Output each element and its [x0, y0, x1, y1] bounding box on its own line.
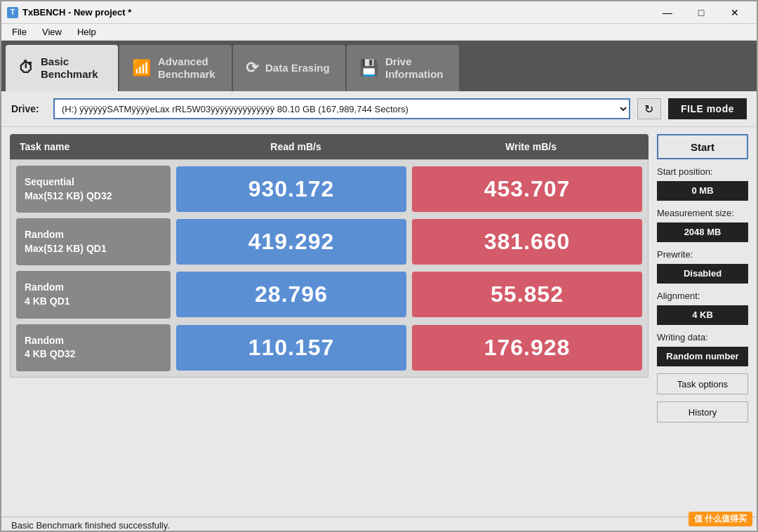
row-label-3: Random4 KB QD32 [16, 324, 171, 371]
minimize-button[interactable]: — [651, 1, 684, 24]
file-mode-button[interactable]: FILE mode [668, 98, 747, 119]
col-header-read: Read mB/s [178, 134, 413, 159]
tab-basic-label: BasicBenchmark [41, 55, 98, 81]
history-button[interactable]: History [657, 401, 748, 423]
table-body: SequentialMax(512 KB) QD32 930.172 453.7… [10, 159, 649, 378]
prewrite-value: Disabled [657, 264, 748, 284]
prewrite-label: Prewrite: [657, 249, 748, 260]
status-message: Basic Benchmark finished successfully. [11, 520, 170, 531]
row-label-1: RandomMax(512 KB) QD1 [16, 218, 171, 265]
title-bar-left: T TxBENCH - New project * [7, 7, 131, 18]
writing-data-label: Writing data: [657, 332, 748, 343]
start-position-value: 0 MB [657, 181, 748, 201]
main-area: Drive: (H:) ÿÿÿÿÿÿSATMÿÿÿÿeLax rRL5W03ÿÿ… [1, 91, 757, 532]
alignment-label: Alignment: [657, 291, 748, 301]
row-write-3: 176.928 [412, 325, 642, 371]
erase-icon: ⟳ [246, 59, 258, 77]
title-bar: T TxBENCH - New project * — □ ✕ [1, 1, 757, 24]
watermark: 值 什么值得买 [689, 512, 752, 526]
table-header: Task name Read mB/s Write mB/s [10, 134, 649, 159]
row-label-0: SequentialMax(512 KB) QD32 [16, 166, 171, 213]
drive-select[interactable]: (H:) ÿÿÿÿÿÿSATMÿÿÿÿeLax rRL5W03ÿÿÿÿÿÿÿÿÿ… [53, 98, 630, 119]
row-write-0: 453.707 [412, 166, 642, 212]
drive-row: Drive: (H:) ÿÿÿÿÿÿSATMÿÿÿÿeLax rRL5W03ÿÿ… [1, 91, 757, 127]
menu-bar: File View Help [1, 24, 757, 41]
start-button[interactable]: Start [657, 134, 748, 159]
menu-view[interactable]: View [34, 25, 69, 39]
row-read-0: 930.172 [176, 166, 406, 212]
chart-icon: 📶 [132, 59, 151, 77]
menu-file[interactable]: File [4, 25, 34, 39]
status-bar: Basic Benchmark finished successfully. [1, 517, 757, 532]
table-row: Random4 KB QD32 110.157 176.928 [11, 324, 648, 371]
drive-label: Drive: [11, 103, 46, 114]
app-icon: T [7, 7, 18, 18]
tab-data-erasing[interactable]: ⟳ Data Erasing [233, 45, 345, 91]
row-read-3: 110.157 [176, 325, 406, 371]
tab-drive-information[interactable]: 💾 DriveInformation [347, 45, 459, 91]
row-read-2: 28.796 [176, 272, 406, 317]
col-header-name: Task name [10, 134, 178, 159]
writing-data-value: Random number [657, 347, 748, 366]
maximize-button[interactable]: □ [685, 1, 717, 24]
timer-icon: ⏱ [18, 59, 34, 77]
tab-drive-label: DriveInformation [385, 55, 444, 81]
row-label-2: Random4 KB QD1 [16, 271, 171, 318]
menu-help[interactable]: Help [69, 25, 104, 39]
table-row: SequentialMax(512 KB) QD32 930.172 453.7… [11, 166, 648, 213]
table-row: Random4 KB QD1 28.796 55.852 [11, 271, 648, 318]
content-area: Task name Read mB/s Write mB/s Sequentia… [1, 127, 757, 517]
right-panel: Start Start position: 0 MB Measurement s… [657, 134, 748, 510]
alignment-value: 4 KB [657, 305, 748, 325]
task-options-button[interactable]: Task options [657, 373, 748, 394]
measurement-size-label: Measurement size: [657, 208, 748, 218]
col-header-write: Write mB/s [413, 134, 649, 159]
tab-basic-benchmark[interactable]: ⏱ BasicBenchmark [6, 45, 118, 91]
drive-icon: 💾 [359, 59, 378, 77]
tab-advanced-label: AdvancedBenchmark [158, 55, 215, 81]
row-read-1: 419.292 [176, 219, 406, 265]
window-controls: — □ ✕ [651, 1, 751, 24]
window-title: TxBENCH - New project * [22, 7, 131, 18]
row-write-1: 381.660 [412, 219, 642, 265]
tab-bar: ⏱ BasicBenchmark 📶 AdvancedBenchmark ⟳ D… [1, 41, 757, 91]
benchmark-table: Task name Read mB/s Write mB/s Sequentia… [10, 134, 649, 510]
tab-advanced-benchmark[interactable]: 📶 AdvancedBenchmark [119, 45, 232, 91]
table-row: RandomMax(512 KB) QD1 419.292 381.660 [11, 218, 648, 265]
close-button[interactable]: ✕ [719, 1, 751, 24]
measurement-size-value: 2048 MB [657, 222, 748, 242]
tab-erase-label: Data Erasing [265, 62, 330, 74]
drive-refresh-button[interactable]: ↻ [637, 98, 661, 119]
row-write-2: 55.852 [412, 272, 642, 317]
start-position-label: Start position: [657, 166, 748, 177]
